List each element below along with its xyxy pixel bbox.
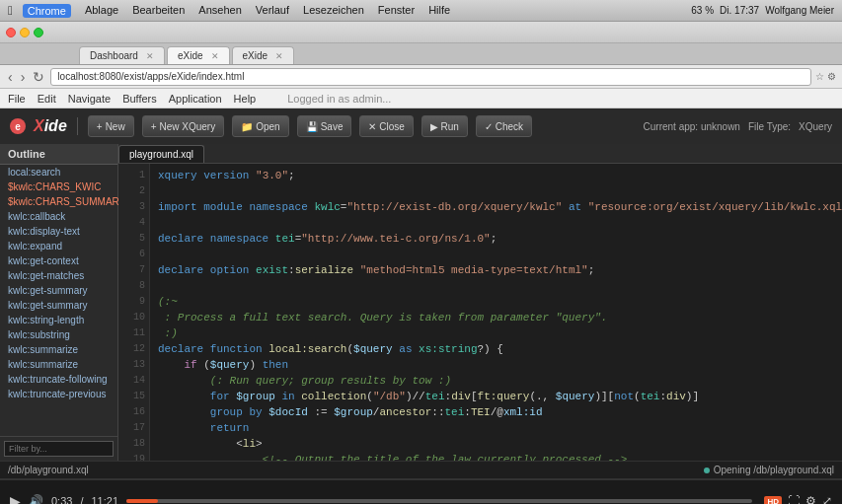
new-xquery-icon: + bbox=[151, 121, 157, 132]
save-button[interactable]: 💾 Save bbox=[297, 115, 352, 137]
tab-exide-1-label: eXide bbox=[178, 50, 203, 61]
file-type-label: File Type: bbox=[748, 121, 791, 132]
tab-dashboard-close[interactable]: ✕ bbox=[146, 51, 154, 61]
sidebar-item-local-search[interactable]: local:search bbox=[0, 165, 117, 180]
sidebar-item-truncate-following[interactable]: kwlc:truncate-following bbox=[0, 372, 117, 387]
main-area: Outline local:search $kwlc:CHARS_KWIC $k… bbox=[0, 144, 842, 461]
close-button[interactable] bbox=[6, 28, 16, 37]
sidebar-filter-area bbox=[0, 436, 117, 461]
buffers-menu[interactable]: Buffers bbox=[122, 93, 157, 105]
status-message: Opening /db/playground.xql bbox=[714, 465, 834, 475]
hd-badge: HD bbox=[764, 496, 782, 505]
check-button[interactable]: ✓ Check bbox=[476, 115, 532, 137]
current-app-label: Current app: unknown bbox=[644, 121, 740, 132]
navigate-menu[interactable]: Navigate bbox=[68, 93, 111, 105]
fullscreen-icon[interactable]: ⛶ bbox=[788, 494, 800, 504]
close-button[interactable]: ✕ Close bbox=[359, 115, 413, 137]
tab-dashboard-label: Dashboard bbox=[90, 50, 138, 61]
sidebar-item-display-text[interactable]: kwlc:display-text bbox=[0, 224, 117, 239]
video-current-time: 0:33 bbox=[51, 495, 72, 504]
code-editor[interactable]: xquery version "3.0"; import module name… bbox=[150, 164, 842, 461]
status-bar: /db/playground.xql Opening /db/playgroun… bbox=[0, 461, 842, 478]
app-toolbar: e Xide + New + New XQuery 📁 Open 💾 Save … bbox=[0, 108, 842, 144]
app-logo: e Xide bbox=[10, 117, 67, 135]
sidebar-item-substring[interactable]: kwlc:substring bbox=[0, 327, 117, 342]
volume-button[interactable]: 🔊 bbox=[29, 494, 43, 504]
status-dot bbox=[704, 468, 710, 473]
play-pause-button[interactable]: ▶ bbox=[10, 493, 21, 504]
code-view: 1234567891011121314151617181920212223242… bbox=[118, 164, 842, 461]
video-separator: / bbox=[80, 495, 83, 504]
tab-dashboard[interactable]: Dashboard ✕ bbox=[79, 46, 165, 64]
editor-tabs: playground.xql bbox=[118, 144, 842, 164]
sidebar-filter-input[interactable] bbox=[4, 441, 114, 457]
url-input[interactable] bbox=[50, 68, 811, 86]
sidebar-item-chars-summary[interactable]: $kwlc:CHARS_SUMMARY bbox=[0, 194, 117, 209]
app-container: File Edit Navigate Buffers Application H… bbox=[0, 89, 842, 478]
maximize-button[interactable] bbox=[34, 28, 43, 37]
tab-exide-1[interactable]: eXide ✕ bbox=[167, 46, 230, 64]
logo-text: Xide bbox=[34, 117, 67, 135]
sidebar-item-summarize-1[interactable]: kwlc:summarize bbox=[0, 342, 117, 357]
editor-area: playground.xql 1234567891011121314151617… bbox=[118, 144, 842, 461]
chrome-menu[interactable]: Chrome bbox=[23, 4, 71, 18]
sidebar: Outline local:search $kwlc:CHARS_KWIC $k… bbox=[0, 144, 118, 461]
apple-icon[interactable]:  bbox=[8, 3, 13, 18]
tab-exide-2-label: eXide bbox=[243, 50, 268, 61]
save-icon: 💾 bbox=[306, 121, 318, 132]
new-xquery-button[interactable]: + New XQuery bbox=[142, 115, 225, 137]
tab-exide-2-close[interactable]: ✕ bbox=[275, 51, 283, 61]
url-bar: ‹ › ↻ ☆ ⚙ bbox=[0, 65, 842, 89]
editor-tab-playground[interactable]: playground.xql bbox=[118, 145, 204, 163]
file-menu[interactable]: File bbox=[8, 93, 26, 105]
minimize-button[interactable] bbox=[20, 28, 30, 37]
video-progress-bar[interactable] bbox=[126, 499, 752, 503]
tab-exide-1-close[interactable]: ✕ bbox=[211, 51, 219, 61]
application-menu[interactable]: Application bbox=[169, 93, 222, 105]
editor-tab-label: playground.xql bbox=[129, 149, 193, 160]
sidebar-item-get-matches[interactable]: kwlc:get-matches bbox=[0, 268, 117, 283]
logo-dot: e bbox=[10, 118, 26, 134]
edit-menu[interactable]: Edit bbox=[38, 93, 56, 105]
sidebar-item-get-summary-2[interactable]: kwlc:get-summary bbox=[0, 298, 117, 313]
extensions-icon[interactable]: ⚙ bbox=[827, 71, 836, 82]
sidebar-item-get-summary-1[interactable]: kwlc:get-summary bbox=[0, 283, 117, 298]
new-button[interactable]: + New bbox=[88, 115, 134, 137]
line-numbers: 1234567891011121314151617181920212223242… bbox=[118, 164, 150, 461]
open-button[interactable]: 📁 Open bbox=[232, 115, 288, 137]
help-menu[interactable]: Help bbox=[234, 93, 257, 105]
sidebar-item-expand[interactable]: kwlc:expand bbox=[0, 239, 117, 253]
file-type-value: XQuery bbox=[799, 121, 832, 132]
ansehen-menu[interactable]: Ansehen bbox=[198, 4, 241, 18]
sidebar-item-callback[interactable]: kwlc:callback bbox=[0, 209, 117, 224]
run-button[interactable]: ▶ Run bbox=[421, 115, 468, 137]
current-app-info: Current app: unknown File Type: XQuery bbox=[644, 121, 832, 132]
tab-exide-2[interactable]: eXide ✕ bbox=[232, 46, 295, 64]
tabs-row: Dashboard ✕ eXide ✕ eXide ✕ bbox=[0, 43, 842, 65]
video-total-time: 11:21 bbox=[91, 495, 118, 504]
logged-in-label: Logged in as admin... bbox=[287, 93, 391, 105]
bearbeiten-menu[interactable]: Bearbeiten bbox=[132, 4, 185, 18]
status-file-path: /db/playground.xql bbox=[8, 465, 89, 475]
ablage-menu[interactable]: Ablage bbox=[85, 4, 118, 18]
app-menubar: File Edit Navigate Buffers Application H… bbox=[0, 89, 842, 108]
fenster-menu[interactable]: Fenster bbox=[378, 4, 415, 18]
verlauf-menu[interactable]: Verlauf bbox=[256, 4, 289, 18]
settings-icon[interactable]: ⚙ bbox=[805, 494, 816, 504]
forward-button[interactable]: › bbox=[19, 69, 28, 85]
sidebar-item-chars-kwic[interactable]: $kwlc:CHARS_KWIC bbox=[0, 180, 117, 194]
sidebar-item-get-context[interactable]: kwlc:get-context bbox=[0, 253, 117, 268]
sidebar-item-summarize-2[interactable]: kwlc:summarize bbox=[0, 357, 117, 372]
sidebar-item-string-length[interactable]: kwlc:string-length bbox=[0, 313, 117, 327]
hilfe-menu[interactable]: Hilfe bbox=[428, 4, 450, 18]
lesezeichen-menu[interactable]: Lesezeichen bbox=[303, 4, 364, 18]
back-button[interactable]: ‹ bbox=[6, 69, 15, 85]
sidebar-item-truncate-previous[interactable]: kwlc:truncate-previous bbox=[0, 387, 117, 401]
sidebar-title: Outline bbox=[0, 144, 117, 165]
browser-bar bbox=[0, 22, 842, 43]
refresh-button[interactable]: ↻ bbox=[31, 69, 46, 85]
toolbar-sep-1 bbox=[77, 117, 78, 135]
battery: 63 % bbox=[691, 5, 714, 16]
bookmark-icon[interactable]: ☆ bbox=[815, 71, 824, 82]
expand-icon[interactable]: ⤢ bbox=[822, 494, 832, 504]
